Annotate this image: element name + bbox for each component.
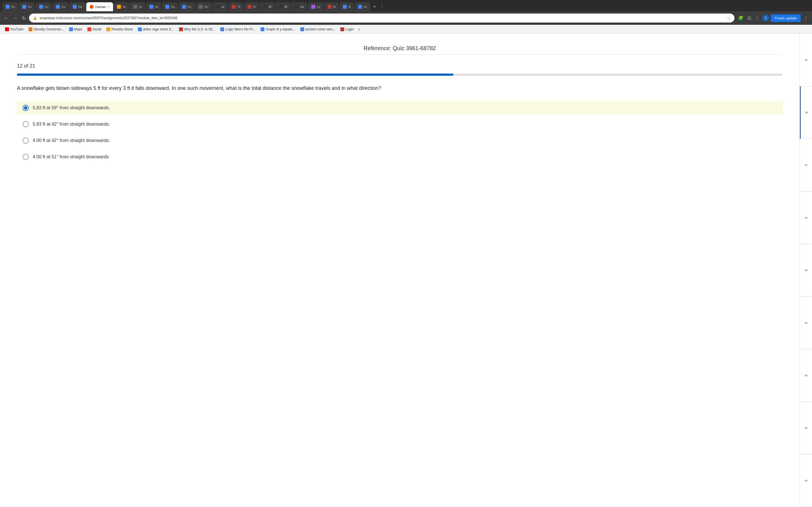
panel-item-7[interactable]: It [800, 349, 812, 402]
tab-14[interactable]: Tt [229, 2, 244, 11]
radio-inner-1 [24, 106, 28, 110]
question-progress: 12 of 21 [17, 63, 783, 69]
bookmark-gmail[interactable]: Gmail [85, 26, 103, 32]
bookmark-star-icon[interactable]: ☆ [727, 16, 730, 20]
back-button[interactable]: ← [3, 14, 10, 22]
radio-3[interactable] [22, 137, 29, 144]
main-content: Reference: Quiz 3961-68782 12 of 21 A sn… [0, 34, 812, 507]
finish-update-button[interactable]: Finish update [771, 14, 801, 22]
tab-8[interactable]: Ur [130, 2, 146, 11]
quiz-content: Reference: Quiz 3961-68782 12 of 21 A sn… [0, 34, 800, 507]
chrome-menu-button[interactable]: ⋮ [754, 14, 761, 22]
tab-9[interactable]: Si [146, 2, 161, 11]
answer-text-1: 5.83 ft at 59° from straight downwards. [33, 105, 110, 110]
tab-15[interactable]: G [244, 2, 259, 11]
panel-item-label-7: It [804, 375, 808, 377]
answer-option-3[interactable]: 4.00 ft at 42° from straight downwards. [17, 133, 783, 148]
radio-2[interactable] [22, 121, 29, 127]
tab-overflow-button[interactable]: ⋮ [378, 4, 386, 10]
answer-text-3: 4.00 ft at 42° from straight downwards. [33, 138, 110, 143]
radio-1[interactable] [22, 105, 29, 111]
screenshot-button[interactable]: ⊡ [746, 14, 752, 22]
panel-item-label-3: It [804, 164, 808, 166]
address-bar-row: ← → ↻ 🔒 asuprepaz.instructure.com/course… [0, 11, 812, 25]
quiz-reference: Reference: Quiz 3961-68782 [17, 40, 783, 55]
tab-3[interactable]: Cc [36, 2, 52, 11]
bookmarks-bar: YouTube Density Conversio... Maps Gmail … [0, 25, 812, 34]
profile-avatar[interactable]: I [762, 15, 769, 21]
bookmark-rome[interactable]: ancient rome nam... [298, 26, 338, 32]
answer-text-4: 4.00 ft at 51° from straight downwards [33, 154, 109, 159]
tab-7[interactable]: Ur [114, 2, 130, 11]
bookmark-youtube[interactable]: YouTube [3, 26, 26, 32]
bookmarks-more-button[interactable]: » [357, 26, 362, 33]
tab-2[interactable]: Cc [19, 2, 35, 11]
bookmark-logic[interactable]: Logic Men's No Pr... [218, 26, 258, 32]
address-bar-icons: ☆ [727, 16, 730, 20]
panel-item-5[interactable]: It [800, 244, 812, 297]
tab-5[interactable]: De [69, 2, 86, 11]
browser-chrome: Cc Cc Cc Cc De Canvas ✕ Ur Ur [0, 0, 812, 34]
bookmark-density-label: Density Conversio... [34, 27, 64, 31]
bookmark-login[interactable]: Login [338, 26, 356, 32]
bookmark-rosetta[interactable]: Rosetta Stone [104, 26, 135, 32]
tab-bar: Cc Cc Cc Cc De Canvas ✕ Ur Ur [0, 0, 812, 11]
question-text: A snowflake gets blown sideways 5 ft for… [17, 84, 783, 93]
reload-button[interactable]: ↻ [21, 14, 27, 22]
answer-option-2[interactable]: 5.83 ft at 42° from straight downwards. [17, 117, 783, 131]
panel-item-2[interactable]: It [800, 87, 812, 139]
panel-item-1[interactable]: It [800, 34, 812, 87]
panel-item-6[interactable]: It [800, 297, 812, 349]
bookmark-us-label: Why the U.S. Is Sti... [184, 27, 215, 31]
panel-item-3[interactable]: It [800, 139, 812, 191]
tab-21[interactable]: G [340, 2, 354, 11]
panel-item-8[interactable]: It [800, 402, 812, 455]
tab-16[interactable]: W [259, 2, 274, 11]
bookmark-gmail-label: Gmail [93, 27, 101, 31]
bookmark-maps-label: Maps [74, 27, 82, 31]
bookmark-dellor-label: dellor rage remix b... [143, 27, 174, 31]
panel-item-label-5: It [804, 269, 808, 271]
right-panel: It It It It It It It It It [800, 34, 812, 507]
bookmark-graph[interactable]: Graph of y equals... [258, 26, 297, 32]
radio-4[interactable] [22, 154, 29, 160]
bookmark-us[interactable]: Why the U.S. Is Sti... [177, 26, 218, 32]
tab-10[interactable]: Cc [162, 2, 178, 11]
extensions-button[interactable]: 🧩 [737, 14, 745, 22]
tab-19[interactable]: Lc [308, 2, 324, 11]
bookmark-density[interactable]: Density Conversio... [26, 26, 66, 32]
more-options-button[interactable]: ⋮ [802, 14, 809, 22]
tab-1[interactable]: Cc [2, 2, 18, 11]
chrome-actions: 🧩 ⊡ ⋮ I Finish update ⋮ [737, 14, 809, 22]
bookmark-rome-label: ancient rome nam... [305, 27, 335, 31]
url-display: asuprepaz.instructure.com/courses/65975/… [40, 16, 725, 20]
tab-18[interactable]: As [291, 2, 307, 11]
address-bar[interactable]: 🔒 asuprepaz.instructure.com/courses/6597… [29, 13, 734, 22]
panel-item-label-1: It [804, 59, 808, 61]
answer-option-1[interactable]: 5.83 ft at 59° from straight downwards. [17, 101, 783, 115]
bookmark-graph-label: Graph of y equals... [266, 27, 295, 31]
tab-4[interactable]: Cc [52, 2, 68, 11]
tab-22[interactable]: Ur [355, 2, 370, 11]
tab-20[interactable]: N [324, 2, 339, 11]
bookmark-logic-label: Logic Men's No Pr... [225, 27, 255, 31]
forward-button[interactable]: → [12, 14, 18, 22]
answer-option-4[interactable]: 4.00 ft at 51° from straight downwards [17, 150, 783, 164]
tab-13[interactable]: sc [212, 2, 228, 11]
tab-17[interactable]: W [275, 2, 291, 11]
tab-11[interactable]: Cc [179, 2, 195, 11]
bookmark-rosetta-label: Rosetta Stone [111, 27, 133, 31]
panel-item-4[interactable]: It [800, 191, 812, 244]
panel-item-label-6: It [804, 322, 808, 324]
bookmark-login-label: Login [345, 27, 354, 31]
new-tab-button[interactable]: + [371, 3, 378, 10]
panel-item-9[interactable]: It [800, 454, 812, 507]
bookmark-dellor[interactable]: dellor rage remix b... [136, 26, 176, 32]
panel-item-label-2: It [804, 112, 808, 114]
tab-canvas-active[interactable]: Canvas ✕ [86, 2, 113, 11]
answer-text-2: 5.83 ft at 42° from straight downwards. [33, 122, 110, 127]
bookmark-maps[interactable]: Maps [67, 26, 85, 32]
tab-12[interactable]: Co [195, 2, 212, 11]
panel-item-label-4: It [804, 217, 808, 219]
progress-bar-container [17, 73, 783, 76]
